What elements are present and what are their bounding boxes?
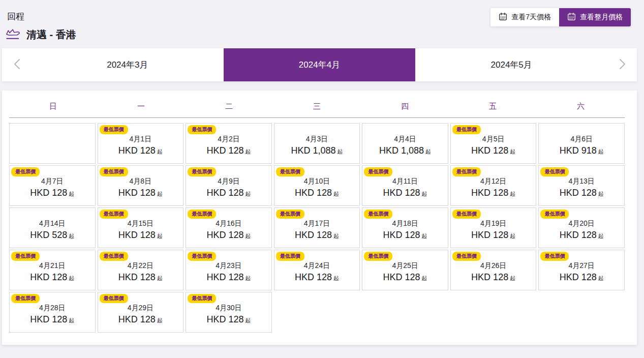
- weekday-sat: 六: [537, 102, 625, 111]
- lowest-fare-badge: 最低票價: [276, 210, 304, 219]
- fare-day-cell[interactable]: 最低票價4月7日HKD 128起: [9, 165, 96, 206]
- cell-price: HKD 128起: [274, 272, 360, 283]
- cell-date: 4月13日: [539, 177, 624, 186]
- price-from-suffix: 起: [157, 317, 163, 323]
- fare-day-cell[interactable]: 最低票價4月24日HKD 128起: [274, 250, 360, 290]
- fare-day-cell[interactable]: 最低票價4月27日HKD 128起: [538, 250, 625, 290]
- price-amount: HKD 128: [471, 188, 508, 198]
- cell-date: 4月10日: [274, 177, 360, 186]
- cell-date: 4月15日: [98, 219, 183, 228]
- cell-date: 4月24日: [274, 261, 360, 271]
- fare-day-cell[interactable]: 4月14日HKD 528起: [9, 207, 96, 248]
- fare-day-cell[interactable]: 最低票價4月2日HKD 128起: [186, 123, 272, 164]
- price-amount: HKD 128: [383, 272, 420, 282]
- price-amount: HKD 918: [560, 145, 597, 156]
- fare-day-cell[interactable]: 最低票價4月1日HKD 128起: [98, 123, 184, 164]
- price-from-suffix: 起: [69, 233, 74, 239]
- tab-month-prev[interactable]: 2024年3月: [32, 48, 224, 81]
- cell-price: HKD 128起: [186, 314, 271, 325]
- price-from-suffix: 起: [157, 148, 163, 155]
- cell-date: 4月1日: [98, 135, 183, 144]
- fare-day-cell[interactable]: 最低票價4月12日HKD 128起: [450, 165, 537, 206]
- price-from-suffix: 起: [69, 275, 74, 281]
- cell-price: HKD 128起: [362, 188, 448, 198]
- fare-day-cell[interactable]: 最低票價4月15日HKD 128起: [98, 207, 184, 248]
- price-amount: HKD 128: [118, 272, 156, 282]
- cell-price: HKD 128起: [451, 230, 536, 241]
- fare-day-cell[interactable]: 最低票價4月8日HKD 128起: [98, 165, 184, 206]
- cell-price: HKD 128起: [186, 145, 271, 156]
- view-7-days-button[interactable]: 查看7天價格: [490, 8, 559, 26]
- trip-direction-label: 回程: [7, 11, 24, 22]
- lowest-fare-badge: 最低票價: [276, 252, 304, 261]
- fare-day-cell[interactable]: 最低票價4月16日HKD 128起: [186, 207, 272, 248]
- next-month-arrow[interactable]: [607, 48, 637, 81]
- price-amount: HKD 128: [295, 230, 332, 240]
- price-from-suffix: 起: [422, 191, 427, 197]
- lowest-fare-badge: 最低票價: [452, 252, 481, 261]
- fare-day-cell[interactable]: 最低票價4月23日HKD 128起: [186, 250, 272, 290]
- cell-date: 4月19日: [451, 219, 536, 228]
- prev-month-arrow[interactable]: [2, 48, 32, 81]
- price-amount: HKD 128: [295, 188, 332, 198]
- price-from-suffix: 起: [157, 275, 163, 281]
- tab-month-current[interactable]: 2024年4月: [224, 48, 416, 81]
- cell-price: HKD 128起: [362, 230, 448, 241]
- fare-day-cell[interactable]: 最低票價4月20日HKD 128起: [538, 207, 625, 248]
- fare-day-cell[interactable]: 最低票價4月18日HKD 128起: [362, 207, 448, 248]
- fare-day-cell[interactable]: 最低票價4月11日HKD 128起: [362, 165, 448, 206]
- price-amount: HKD 128: [118, 145, 156, 156]
- fare-day-cell[interactable]: 最低票價4月21日HKD 128起: [9, 250, 96, 290]
- fare-day-cell[interactable]: 最低票價4月28日HKD 128起: [9, 292, 96, 333]
- fare-grid: 最低票價4月1日HKD 128起最低票價4月2日HKD 128起4月3日HKD …: [9, 123, 625, 333]
- fare-day-cell[interactable]: 最低票價4月29日HKD 128起: [98, 292, 184, 333]
- lowest-fare-badge: 最低票價: [452, 210, 481, 219]
- cell-price: HKD 128起: [98, 145, 183, 156]
- cell-date: 4月7日: [10, 177, 95, 186]
- price-amount: HKD 128: [560, 272, 597, 282]
- price-from-suffix: 起: [598, 148, 604, 155]
- plane-landing-icon: [5, 27, 20, 42]
- price-from-suffix: 起: [598, 191, 604, 197]
- fare-day-cell[interactable]: 最低票價4月13日HKD 128起: [538, 165, 625, 206]
- fare-day-cell[interactable]: 最低票價4月5日HKD 128起: [450, 123, 537, 164]
- fare-day-cell[interactable]: 4月3日HKD 1,088起: [274, 123, 360, 164]
- fare-day-cell[interactable]: 4月6日HKD 918起: [538, 123, 625, 164]
- cell-date: 4月25日: [362, 261, 448, 271]
- fare-day-cell[interactable]: 最低票價4月22日HKD 128起: [98, 250, 184, 290]
- fare-day-cell[interactable]: 4月4日HKD 1,088起: [362, 123, 448, 164]
- tab-month-next[interactable]: 2024年5月: [415, 48, 607, 81]
- empty-day-cell: [9, 123, 96, 164]
- lowest-fare-badge: 最低票價: [540, 210, 569, 219]
- price-amount: HKD 1,088: [379, 145, 424, 156]
- weekday-wed: 三: [273, 102, 361, 111]
- cell-price: HKD 128起: [451, 272, 536, 283]
- price-from-suffix: 起: [510, 148, 515, 155]
- cell-price: HKD 128起: [539, 188, 624, 198]
- cell-date: 4月5日: [451, 135, 536, 144]
- fare-day-cell[interactable]: 最低票價4月19日HKD 128起: [450, 207, 537, 248]
- cell-price: HKD 128起: [98, 188, 183, 198]
- fare-day-cell[interactable]: 最低票價4月10日HKD 128起: [274, 165, 360, 206]
- fare-day-cell[interactable]: 最低票價4月26日HKD 128起: [450, 250, 537, 290]
- price-amount: HKD 528: [30, 230, 67, 240]
- cell-date: 4月8日: [98, 177, 183, 186]
- price-from-suffix: 起: [245, 148, 251, 155]
- price-amount: HKD 128: [560, 230, 597, 240]
- cell-date: 4月30日: [186, 304, 271, 313]
- view-full-month-button[interactable]: 查看整月價格: [559, 8, 631, 26]
- fare-day-cell[interactable]: 最低票價4月17日HKD 128起: [274, 207, 360, 248]
- fare-day-cell[interactable]: 最低票價4月25日HKD 128起: [362, 250, 448, 290]
- fare-day-cell[interactable]: 最低票價4月30日HKD 128起: [186, 292, 272, 333]
- cell-price: HKD 528起: [10, 230, 95, 241]
- weekday-mon: 一: [97, 102, 185, 111]
- price-amount: HKD 128: [30, 272, 67, 282]
- price-from-suffix: 起: [598, 233, 604, 239]
- price-amount: HKD 128: [30, 314, 67, 324]
- lowest-fare-badge: 最低票價: [11, 294, 40, 303]
- price-amount: HKD 128: [471, 230, 508, 240]
- cell-price: HKD 128起: [98, 314, 183, 325]
- price-from-suffix: 起: [245, 191, 251, 197]
- cell-date: 4月27日: [539, 261, 624, 271]
- fare-day-cell[interactable]: 最低票價4月9日HKD 128起: [186, 165, 272, 206]
